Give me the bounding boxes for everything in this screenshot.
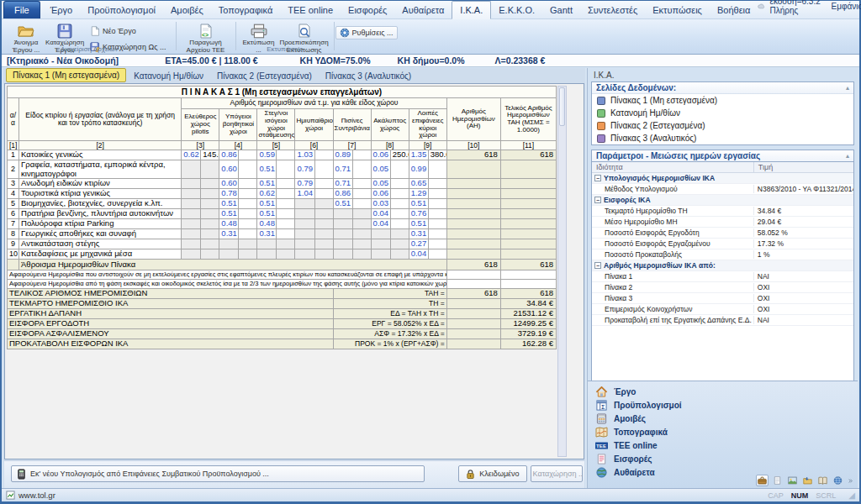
cell-r9-c0-area[interactable] [201, 249, 219, 260]
cell-r8-c6-coef[interactable]: 0.27 [409, 239, 428, 249]
cell-r3-c0-area[interactable] [201, 189, 219, 199]
scrollbar-thumb[interactable] [559, 87, 565, 126]
cell-r5-c3-area[interactable] [314, 209, 333, 219]
doc-tab-1[interactable]: Κατανομή Ημ/θίων [128, 70, 209, 82]
cell-r0-c4-coef[interactable]: 0.89 [333, 150, 352, 160]
cell-r8-c2-area[interactable] [277, 239, 295, 249]
cell-r0-c5-coef[interactable]: 0.06 [371, 150, 390, 160]
cell-r8-c1-area[interactable] [239, 239, 257, 249]
cell-r6-c2-area[interactable] [277, 219, 295, 229]
cell-r5-c3-coef[interactable] [295, 209, 314, 219]
data-page-item-3[interactable]: Πίνακας 3 (Αναλυτικός) [592, 132, 853, 144]
cell-r9-c5-coef[interactable] [371, 249, 390, 260]
cell-r7-c6-area[interactable] [428, 229, 446, 239]
param-item-5[interactable]: Ποσοστό Εισφοράς Εργοδότη58.052 % [592, 228, 853, 239]
cell-r2-c1-area[interactable] [239, 179, 257, 189]
cell-r7-c1-area[interactable] [239, 229, 257, 239]
param-group-2[interactable]: −Εισφορές ΙΚΑ [592, 195, 853, 206]
cell-r2-c4-area[interactable] [352, 179, 371, 189]
cell-r8-c5-coef[interactable] [371, 239, 390, 249]
cell-r1-c4-coef[interactable]: 0.71 [333, 160, 352, 179]
cell-r3-c1-area[interactable] [239, 189, 257, 199]
ribbon-tab-7[interactable]: Αυθαίρετα [394, 2, 452, 18]
vertical-scrollbar[interactable] [557, 86, 567, 457]
cell-r2-c1-coef[interactable]: 0.60 [219, 179, 239, 189]
recalculate-button[interactable]: Εκ' νέου Υπολογισμός από Επιφάνειες Συμβ… [11, 465, 425, 482]
cell-r1-c5-area[interactable] [390, 160, 409, 179]
cell-r4-c1-area[interactable] [239, 199, 257, 209]
nav-item-2[interactable]: Αμοιβές [588, 412, 858, 425]
cell-r5-c5-coef[interactable]: 0.04 [371, 209, 390, 219]
cell-r9-c5-area[interactable] [390, 249, 409, 260]
cell-r9-c3-area[interactable] [314, 249, 333, 260]
param-value[interactable]: 17.32 % [754, 239, 853, 248]
param-value[interactable]: 58.052 % [754, 228, 853, 237]
cell-r0-c0-area[interactable]: 145.00 [201, 150, 219, 160]
param-value[interactable]: Ν3863/2010 - ΥΑ Φ11321/2014 [754, 185, 853, 193]
param-value[interactable]: ΝΑΙ [754, 316, 853, 324]
param-item-11[interactable]: Πίνακα 3ΟΧΙ [592, 293, 853, 304]
cell-r4-c0-coef[interactable] [182, 199, 201, 209]
ribbon-tab-4[interactable]: Τοπογραφικά [211, 2, 280, 18]
cell-r5-c2-area[interactable] [277, 209, 295, 219]
cell-r3-c2-area[interactable] [277, 189, 295, 199]
cell-r4-c6-area[interactable] [428, 199, 446, 209]
cell-r7-c0-coef[interactable] [182, 229, 201, 239]
cell-r6-c4-area[interactable] [352, 219, 371, 229]
ribbon-tab-12[interactable]: Εκτυπώσεις [645, 2, 710, 18]
param-value[interactable]: 34.84 € [754, 207, 853, 215]
cell-r9-c1-coef[interactable] [219, 249, 239, 260]
cell-r0-c1-area[interactable] [239, 150, 257, 160]
cell-r0-c6-area[interactable]: 380.00 [428, 150, 446, 160]
help-icon[interactable] [832, 475, 844, 486]
collapse-box-icon[interactable]: − [594, 175, 601, 181]
param-item-13[interactable]: Προκαταβολή επί της Εργατικής Δαπάνης Ε.… [592, 315, 853, 326]
locked-button[interactable]: Κλειδωμένο [458, 465, 527, 482]
param-item-4[interactable]: Μέσο Ημερομίσθιο ΜΗ29.04 € [592, 217, 853, 228]
cell-r9-c4-coef[interactable] [333, 249, 352, 260]
cell-r2-c0-coef[interactable] [182, 179, 201, 189]
cell-r5-c0-area[interactable] [201, 209, 219, 219]
cell-r6-c1-coef[interactable]: 0.48 [219, 219, 239, 229]
cell-r2-c6-area[interactable] [428, 179, 446, 189]
cell-r1-c4-area[interactable] [352, 160, 371, 179]
param-group-0[interactable]: −Υπολογισμός Ημερομισθίων ΙΚΑ [592, 173, 853, 184]
cell-r0-c1-coef[interactable]: 0.86 [219, 150, 239, 160]
cell-r9-c6-area[interactable] [428, 249, 446, 260]
ribbon-tab-0[interactable]: File [3, 1, 40, 18]
cell-r6-c6-area[interactable] [428, 219, 446, 229]
cell-r4-c1-coef[interactable]: 0.51 [219, 199, 239, 209]
collapse-box-icon[interactable]: − [594, 197, 601, 203]
image-icon[interactable] [786, 475, 799, 486]
ribbon-tab-5[interactable]: ΤΕΕ online [280, 2, 341, 18]
cell-r3-c6-coef[interactable]: 1.29 [409, 189, 428, 199]
cell-r3-c5-coef[interactable]: 0.06 [371, 189, 390, 199]
cell-r5-c5-area[interactable] [390, 209, 409, 219]
ribbon-tab-6[interactable]: Εισφορές [341, 2, 394, 18]
ribbon-tab-10[interactable]: Gantt [542, 2, 580, 18]
cell-r7-c2-area[interactable] [277, 229, 295, 239]
cell-r7-c3-area[interactable] [314, 229, 333, 239]
cell-r2-c0-area[interactable] [201, 179, 219, 189]
cell-r0-c2-coef[interactable]: 0.59 [257, 150, 277, 160]
param-value[interactable]: 1 % [754, 250, 853, 259]
cell-r9-c0-coef[interactable] [182, 249, 201, 260]
cell-r4-c4-coef[interactable]: 0.51 [333, 199, 352, 209]
param-value[interactable]: ΝΑΙ [754, 272, 853, 281]
cell-r3-c5-area[interactable] [390, 189, 409, 199]
cell-r8-c3-area[interactable] [314, 239, 333, 249]
cell-r4-c4-area[interactable] [352, 199, 371, 209]
cell-r3-c3-coef[interactable]: 1.04 [295, 189, 314, 199]
cell-r6-c1-area[interactable] [239, 219, 257, 229]
param-item-10[interactable]: Πίνακα 2ΟΧΙ [592, 282, 853, 293]
book-icon[interactable] [816, 475, 829, 486]
cell-r9-c2-area[interactable] [277, 249, 295, 260]
cell-r2-c5-coef[interactable]: 0.05 [371, 179, 390, 189]
cell-r8-c5-area[interactable] [390, 239, 409, 249]
cell-r9-c4-area[interactable] [352, 249, 371, 260]
cell-r2-c3-coef[interactable]: 0.79 [295, 179, 314, 189]
cell-r3-c2-coef[interactable]: 0.62 [257, 189, 277, 199]
cell-r7-c1-coef[interactable]: 0.31 [219, 229, 239, 239]
export-icon[interactable] [801, 475, 814, 486]
cell-r7-c5-coef[interactable] [371, 229, 390, 239]
